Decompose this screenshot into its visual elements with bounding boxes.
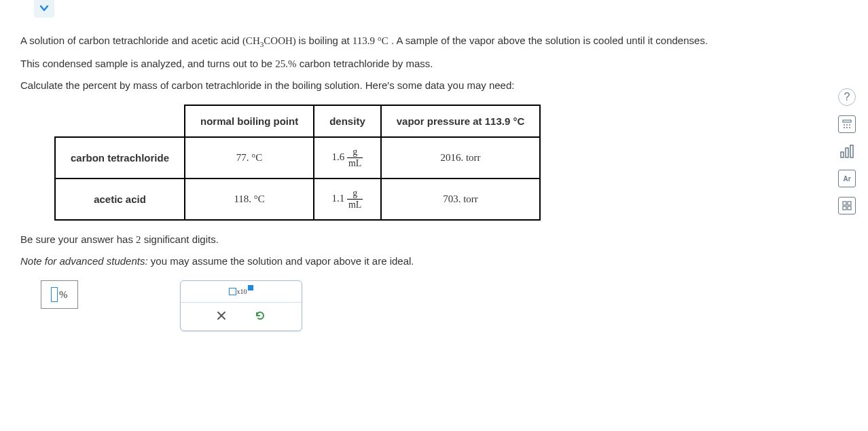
- empty-cell: [55, 105, 185, 137]
- bar-chart-icon: [839, 144, 854, 159]
- svg-point-7: [846, 127, 848, 128]
- bp-value: 77. °C: [185, 137, 314, 179]
- col-header-vp: vapor pressure at 113.9 °C: [381, 105, 541, 137]
- note-label: Note for advanced students:: [20, 255, 148, 267]
- problem-line-1: A solution of carbon tetrachloride and a…: [20, 33, 848, 50]
- table-header-row: normal boiling point density vapor press…: [55, 105, 540, 137]
- periodic-table-button[interactable]: Ar: [838, 170, 856, 187]
- answer-input[interactable]: %: [41, 280, 78, 309]
- percent-value: 25.%: [275, 58, 296, 69]
- svg-point-8: [849, 127, 850, 128]
- side-toolbar: ? Ar: [838, 88, 856, 214]
- svg-rect-12: [843, 202, 846, 205]
- periodic-icon: Ar: [843, 175, 850, 183]
- svg-rect-2: [843, 120, 851, 122]
- row-label: acetic acid: [55, 179, 185, 220]
- exponent-box-icon: [248, 285, 253, 291]
- density-value: 1.6 gmL: [314, 137, 381, 179]
- svg-rect-15: [848, 206, 851, 210]
- col-header-density: density: [314, 105, 381, 137]
- problem-content: A solution of carbon tetrachloride and a…: [0, 22, 868, 345]
- vp-value: 703. torr: [381, 179, 541, 220]
- data-table: normal boiling point density vapor press…: [54, 105, 541, 221]
- clear-button[interactable]: [216, 310, 227, 323]
- svg-point-6: [844, 127, 845, 128]
- svg-rect-11: [850, 145, 853, 157]
- text: This condensed sample is analyzed, and t…: [20, 58, 275, 69]
- svg-rect-9: [841, 152, 844, 157]
- grid-icon: [842, 200, 852, 211]
- answer-unit: %: [59, 289, 68, 301]
- input-cursor: [51, 287, 58, 302]
- problem-line-2: This condensed sample is analyzed, and t…: [20, 56, 848, 72]
- calculator-icon: [842, 119, 852, 130]
- sigfig-instruction: Be sure your answer has 2 significant di…: [20, 231, 848, 248]
- svg-rect-13: [848, 202, 851, 205]
- note-text: you may assume the solution and vapor ab…: [148, 255, 414, 267]
- graph-button[interactable]: [838, 143, 856, 160]
- table-row: acetic acid 118. °C 1.1 gmL 703. torr: [55, 179, 540, 220]
- col-header-bp: normal boiling point: [185, 105, 314, 137]
- problem-line-3: Calculate the percent by mass of carbon …: [20, 77, 848, 94]
- x10-label: x10: [237, 288, 247, 295]
- density-value: 1.1 gmL: [314, 179, 381, 220]
- bp-value: 118. °C: [185, 179, 314, 220]
- svg-rect-10: [846, 148, 848, 157]
- calculator-button[interactable]: [838, 115, 856, 133]
- reference-button[interactable]: [838, 197, 856, 214]
- svg-point-5: [849, 124, 850, 126]
- table-row: carbon tetrachloride 77. °C 1.6 gmL 2016…: [55, 137, 540, 179]
- svg-point-3: [844, 124, 845, 126]
- x-icon: [216, 310, 227, 321]
- svg-point-4: [846, 124, 848, 126]
- reset-button[interactable]: [254, 310, 266, 324]
- undo-icon: [254, 310, 266, 322]
- chevron-down-icon: [39, 3, 50, 14]
- placeholder-box-icon: [229, 288, 236, 295]
- temperature-value: 113.9 °C: [352, 35, 388, 46]
- row-label: carbon tetrachloride: [55, 137, 185, 179]
- text: A solution of carbon tetrachloride and a…: [20, 35, 242, 46]
- formula: (CH3COOH): [242, 35, 299, 46]
- vp-value: 2016. torr: [381, 137, 541, 179]
- question-icon: ?: [844, 91, 850, 103]
- text: is boiling at: [299, 35, 352, 46]
- scientific-notation-button[interactable]: x10: [229, 288, 253, 295]
- text: carbon tetrachloride by mass.: [300, 58, 433, 69]
- advanced-note: Note for advanced students: you may assu…: [20, 253, 848, 269]
- help-button[interactable]: ?: [838, 88, 856, 106]
- text: . A sample of the vapor above the soluti…: [391, 35, 708, 46]
- tool-panel: x10: [180, 280, 302, 331]
- collapse-button[interactable]: [34, 0, 54, 18]
- svg-rect-14: [843, 206, 846, 210]
